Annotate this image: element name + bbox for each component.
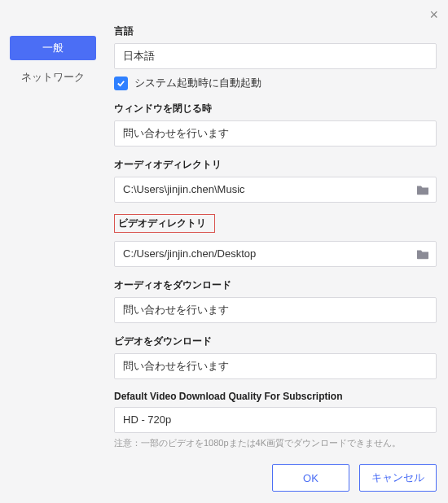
autostart-row[interactable]: システム起動時に自動起動 <box>114 76 437 90</box>
label-video-dl: ビデオをダウンロード <box>114 335 437 348</box>
label-quality: Default Video Download Quality For Subsc… <box>114 391 437 402</box>
sidebar: 一般 ネットワーク <box>0 36 106 90</box>
close-window-select[interactable]: 問い合わせを行います <box>114 120 437 147</box>
section-audio-dl: オーディオをダウンロード 問い合わせを行います <box>114 278 437 323</box>
label-audio-dl: オーディオをダウンロード <box>114 278 437 292</box>
dialog-footer: OK キャンセル <box>272 464 437 492</box>
quality-note: 注意：一部のビデオを1080pまたは4K画質でダウンロードできません。 <box>114 437 437 449</box>
settings-panel: 言語 日本語 システム起動時に自動起動 ウィンドウを閉じる時 問い合わせを行いま… <box>114 24 437 454</box>
audio-dir-value: C:\Users\jinjin.chen\Music <box>123 183 245 195</box>
ok-button[interactable]: OK <box>272 464 349 492</box>
section-language: 言語 日本語 システム起動時に自動起動 <box>114 24 437 90</box>
folder-icon[interactable] <box>416 249 429 260</box>
label-audio-dir: オーディオディレクトリ <box>114 158 437 172</box>
label-close-window: ウィンドウを閉じる時 <box>114 102 437 116</box>
label-language: 言語 <box>114 24 437 38</box>
video-dir-field[interactable]: C:/Users/jinjin.chen/Desktop <box>114 241 437 267</box>
label-video-dir: ビデオディレクトリ <box>114 214 215 233</box>
audio-dl-select[interactable]: 問い合わせを行います <box>114 297 437 323</box>
video-dl-select[interactable]: 問い合わせを行います <box>114 353 437 379</box>
cancel-button[interactable]: キャンセル <box>359 464 437 492</box>
sidebar-item-general[interactable]: 一般 <box>10 36 96 60</box>
audio-dir-field[interactable]: C:\Users\jinjin.chen\Music <box>114 177 437 203</box>
check-icon <box>116 79 125 88</box>
sidebar-item-label: ネットワーク <box>21 71 85 83</box>
autostart-label: システム起動時に自動起動 <box>134 76 261 90</box>
video-dir-value: C:/Users/jinjin.chen/Desktop <box>123 247 256 260</box>
close-icon[interactable]: × <box>429 7 438 24</box>
section-video-dl: ビデオをダウンロード 問い合わせを行います <box>114 335 437 379</box>
autostart-checkbox[interactable] <box>114 77 128 90</box>
folder-icon[interactable] <box>416 185 429 195</box>
sidebar-item-network[interactable]: ネットワーク <box>0 65 106 90</box>
language-select[interactable]: 日本語 <box>114 43 437 69</box>
sidebar-item-label: 一般 <box>42 42 64 54</box>
section-quality: Default Video Download Quality For Subsc… <box>114 391 437 449</box>
quality-select[interactable]: HD - 720p <box>114 407 437 433</box>
section-video-dir: ビデオディレクトリ C:/Users/jinjin.chen/Desktop <box>114 214 437 267</box>
section-audio-dir: オーディオディレクトリ C:\Users\jinjin.chen\Music <box>114 158 437 203</box>
section-close-window: ウィンドウを閉じる時 問い合わせを行います <box>114 102 437 147</box>
